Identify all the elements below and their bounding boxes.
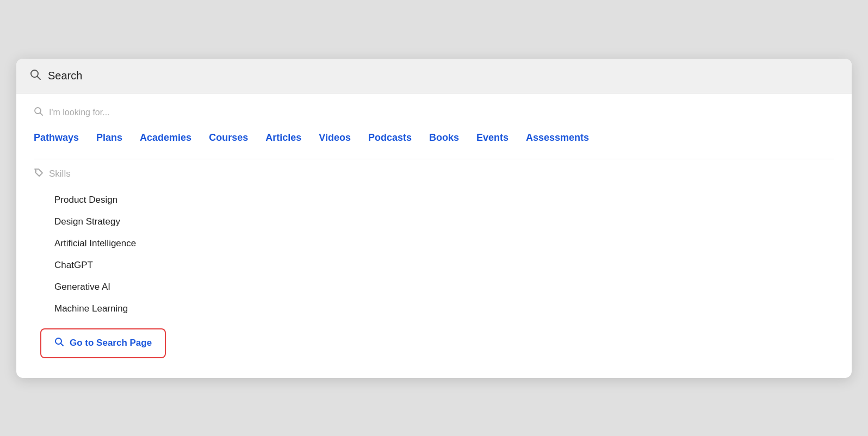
skill-item-generative-ai[interactable]: Generative AI [34, 276, 834, 298]
goto-search-icon [54, 337, 64, 350]
tab-events[interactable]: Events [476, 132, 509, 144]
secondary-search-placeholder: I'm looking for... [49, 108, 110, 117]
tab-pathways[interactable]: Pathways [34, 132, 79, 144]
search-bar-icon [29, 68, 41, 83]
filter-tabs: Pathways Plans Academies Courses Article… [34, 132, 834, 144]
goto-search-label: Go to Search Page [70, 338, 152, 348]
tag-icon [34, 168, 44, 180]
svg-line-1 [38, 76, 41, 79]
tab-academies[interactable]: Academies [140, 132, 191, 144]
secondary-search: I'm looking for... [34, 107, 834, 119]
skill-item-machine-learning[interactable]: Machine Learning [34, 298, 834, 320]
content-area: I'm looking for... Pathways Plans Academ… [16, 94, 852, 378]
search-bar-input[interactable] [48, 70, 839, 82]
skill-item-chatgpt[interactable]: ChatGPT [34, 254, 834, 276]
popup-container: I'm looking for... Pathways Plans Academ… [16, 59, 852, 378]
svg-line-6 [61, 343, 64, 346]
goto-search-button[interactable]: Go to Search Page [40, 328, 166, 358]
svg-line-3 [40, 113, 43, 115]
secondary-search-icon [34, 107, 44, 119]
skill-item-product-design[interactable]: Product Design [34, 189, 834, 211]
tab-articles[interactable]: Articles [265, 132, 301, 144]
tab-assessments[interactable]: Assessments [526, 132, 589, 144]
section-divider [34, 159, 834, 159]
skills-header: Skills [34, 168, 834, 180]
tab-courses[interactable]: Courses [209, 132, 248, 144]
svg-point-4 [36, 170, 38, 171]
search-bar [16, 59, 852, 94]
tab-videos[interactable]: Videos [319, 132, 351, 144]
tab-plans[interactable]: Plans [96, 132, 122, 144]
skill-item-artificial-intelligence[interactable]: Artificial Intelligence [34, 233, 834, 254]
tab-podcasts[interactable]: Podcasts [368, 132, 412, 144]
skill-item-design-strategy[interactable]: Design Strategy [34, 211, 834, 233]
skills-label: Skills [49, 169, 71, 179]
skills-section: Skills Product Design Design Strategy Ar… [34, 168, 834, 320]
tab-books[interactable]: Books [429, 132, 459, 144]
